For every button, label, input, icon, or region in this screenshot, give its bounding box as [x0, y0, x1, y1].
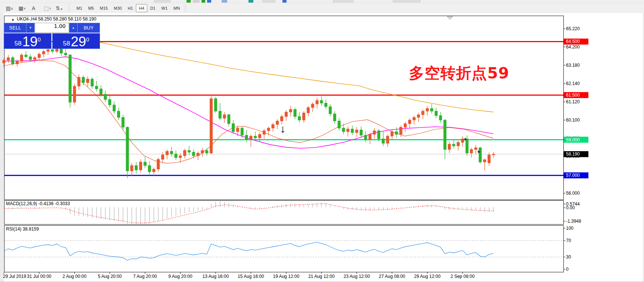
candle	[47, 50, 49, 51]
candle	[311, 104, 314, 108]
price-axis-label: 56.000	[566, 191, 580, 196]
candle	[334, 114, 336, 121]
candle	[457, 142, 459, 146]
candle	[475, 148, 477, 150]
one-click-trading-panel: SELL ▼ 1.00 ▲ BUY 58 19 0 58 29 0	[4, 23, 100, 49]
candle	[369, 134, 371, 140]
candle	[426, 109, 429, 111]
candle	[391, 132, 393, 136]
time-axis-label[interactable]: 9 Aug 20:00	[168, 274, 192, 279]
candle	[294, 109, 296, 116]
candle	[104, 94, 107, 100]
candle	[404, 123, 407, 127]
candle	[144, 162, 146, 166]
candle	[42, 51, 45, 54]
time-axis-label[interactable]: 13 Aug 16:00	[202, 274, 229, 279]
candle	[175, 154, 177, 158]
candle	[351, 129, 354, 133]
candle	[347, 129, 349, 132]
candle	[413, 118, 415, 120]
rsi-panel[interactable]	[4, 226, 564, 272]
candle	[197, 153, 199, 156]
sell-price-big: 19	[22, 36, 38, 47]
candle	[206, 150, 208, 153]
candle	[470, 150, 473, 153]
time-axis-label[interactable]: 19 Aug 12:00	[273, 274, 300, 279]
candle	[73, 86, 76, 102]
buy-button[interactable]: BUY	[78, 23, 100, 33]
candle	[20, 55, 23, 61]
candle	[479, 148, 482, 162]
candle	[122, 118, 124, 127]
candle	[263, 131, 265, 135]
candle	[29, 57, 32, 59]
candle	[329, 107, 332, 114]
macd-panel[interactable]	[4, 201, 564, 225]
volume-decrease-button[interactable]: ▼	[26, 23, 35, 33]
candle	[431, 109, 433, 111]
volume-increase-button[interactable]: ▲	[69, 23, 78, 33]
time-axis-label[interactable]: 15 Aug 16:00	[238, 274, 264, 279]
buy-price-big: 29	[71, 36, 86, 47]
candle	[417, 115, 420, 118]
buy-price-display[interactable]: 58 29 0	[52, 33, 100, 49]
candle	[378, 131, 380, 139]
candle	[153, 169, 155, 172]
candle	[157, 159, 160, 169]
candle	[64, 53, 67, 55]
candle	[364, 135, 367, 140]
level-label-64.500: 64.500	[566, 39, 580, 44]
candle	[395, 132, 398, 134]
time-axis-label[interactable]: 31 Jul 00:00	[27, 274, 51, 279]
candle	[325, 103, 327, 107]
chart-title-text: UKOil-,H4 58.250 58.280 58.110 58.190	[17, 16, 96, 22]
candle	[435, 111, 437, 116]
rsi-label: RSI(14) 38.8159	[6, 226, 39, 232]
time-axis-label[interactable]: 29 Aug 12:00	[414, 274, 441, 279]
sell-price-display[interactable]: 58 19 0	[4, 33, 51, 49]
candle	[483, 160, 486, 162]
candle	[69, 55, 71, 102]
candle	[254, 136, 257, 138]
trade-price-row: 58 19 0 58 29 0	[4, 33, 100, 49]
candle	[320, 100, 323, 103]
candle	[170, 151, 173, 154]
time-axis-label[interactable]: 2 Sep 08:00	[450, 274, 475, 279]
time-axis-label[interactable]: 7 Aug 20:00	[133, 274, 157, 279]
time-axis-label[interactable]: 23 Aug 12:00	[344, 274, 370, 279]
candle	[148, 166, 151, 172]
candle	[131, 166, 133, 171]
chart-title: ▲UKOil-,H4 58.250 58.280 58.110 58.190	[11, 16, 96, 22]
window-left-edge	[0, 13, 4, 282]
buy-price-prefix: 58	[63, 40, 70, 47]
price-axis-label: 63.180	[566, 63, 580, 68]
candle	[461, 139, 464, 142]
candle	[448, 144, 451, 149]
candle	[382, 139, 385, 143]
collapse-arrow-icon[interactable]: ▲	[11, 18, 15, 21]
candle	[192, 152, 195, 156]
candle	[466, 139, 468, 153]
price-axis-label: 62.140	[566, 81, 580, 86]
buy-price-sup: 0	[86, 37, 89, 42]
candle	[492, 154, 495, 155]
candle	[259, 134, 261, 138]
candle	[78, 77, 80, 86]
time-axis-label[interactable]: 29 Jul 2019	[3, 274, 26, 279]
time-axis-label[interactable]: 5 Aug 20:00	[98, 274, 122, 279]
time-axis-label[interactable]: 2 Aug 00:00	[63, 274, 87, 279]
candle	[126, 127, 129, 171]
time-axis-label[interactable]: 27 Aug 08:00	[379, 274, 405, 279]
candle	[82, 77, 85, 82]
candle	[16, 61, 18, 64]
time-axis-label[interactable]: 21 Aug 12:00	[308, 274, 335, 279]
candle	[488, 155, 490, 163]
sell-button[interactable]: SELL	[4, 23, 26, 33]
volume-input[interactable]: 1.00	[35, 23, 69, 33]
candle	[162, 155, 164, 159]
candle	[356, 130, 358, 132]
candle	[12, 57, 14, 64]
candle	[139, 162, 142, 170]
candle	[439, 116, 442, 120]
candle	[400, 127, 402, 134]
